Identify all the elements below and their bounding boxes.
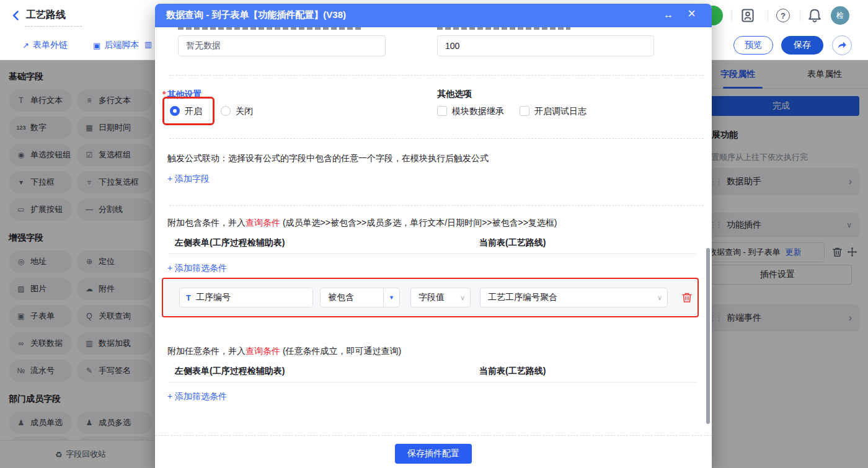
title-underline (25, 26, 82, 27)
divider (732, 10, 732, 21)
checkbox-label[interactable]: 开启调试日志 (534, 106, 587, 117)
save-plugin-config-button[interactable]: 保存插件配置 (395, 444, 472, 464)
tab-partial[interactable]: ▥ (144, 40, 152, 49)
save-button[interactable]: 保存 (781, 36, 823, 55)
expand-icon[interactable]: ↔ (663, 9, 673, 20)
share-arrow-icon (837, 40, 847, 50)
checkbox-label[interactable]: 模块数据继承 (452, 106, 504, 117)
any-section-title: 附加任意条件，并入查询条件 (任意条件成立，即可通过查询) (167, 346, 401, 357)
title-pre: 附加任意条件，并入 (167, 346, 246, 356)
close-icon[interactable]: × (688, 7, 696, 20)
plugin-config-modal: 数据查询 - 到子表单【功能插件配置】(V38) ↔ × *其他设置 开启 关闭… (155, 4, 712, 468)
tab-form-external-link[interactable]: ↗ 表单外链 (22, 40, 68, 51)
modal-scrollbar-thumb[interactable] (706, 248, 710, 424)
checkbox-module-data-inherit[interactable] (437, 106, 447, 116)
contacts-icon[interactable] (740, 8, 755, 23)
left-form-header: 左侧表单(工序过程检辅助表) (175, 366, 285, 377)
divider (800, 10, 800, 21)
page-title: 工艺路线 (26, 9, 66, 22)
help-glyph: ? (781, 11, 786, 20)
title-red: 查询条件 (246, 218, 280, 227)
add-filter-link[interactable]: + 添加筛选条件 (167, 391, 227, 402)
current-form-header: 当前表(工艺路线) (479, 366, 546, 377)
solid-divider (169, 382, 696, 382)
caret-down-icon: ∨ (657, 294, 662, 302)
left-config-input[interactable] (178, 35, 386, 56)
solid-divider (169, 254, 696, 254)
title-post: (成员单选>>被包含>>成员多选，单行文本/日期时间>>被包含>>复选框) (280, 218, 557, 227)
radio-off-label[interactable]: 关闭 (236, 106, 253, 117)
dashed-divider (169, 75, 704, 76)
title-pre: 附加包含条件，并入 (167, 218, 246, 227)
dashed-divider (155, 435, 712, 436)
condition-value-type-select[interactable]: 字段值 ∨ (410, 288, 471, 307)
radio-on-enabled[interactable] (170, 106, 180, 116)
app-root: 工艺路线 ? 检 ↗ 表单外链 ▣ 后端脚本 ▥ 预览 保存 (0, 0, 868, 468)
tab-backend-script[interactable]: ▣ 后端脚本 (93, 40, 139, 51)
clipped-label-remnant (437, 27, 570, 30)
tab-label: 后端脚本 (104, 40, 139, 51)
title-red: 查询条件 (246, 346, 280, 356)
condition-field-input[interactable]: T 工序编号 (179, 288, 313, 307)
bell-icon[interactable] (807, 8, 822, 23)
dashed-divider (169, 205, 704, 206)
clipped-label-remnant (178, 27, 363, 30)
divider (768, 10, 768, 21)
right-config-input[interactable] (437, 35, 654, 56)
formula-hint-text: 触发公式联动：选择设有公式的字段中包含的任意一个字段，在模块执行后触发公式 (167, 153, 489, 164)
add-filter-link[interactable]: + 添加筛选条件 (167, 263, 227, 274)
radio-on-label[interactable]: 开启 (185, 106, 202, 117)
condition-row-highlighted: T 工序编号 被包含 ▼ 字段值 ∨ 工艺工序编号聚合 ∨ (162, 278, 699, 317)
value-type: 字段值 (411, 292, 460, 303)
back-icon[interactable] (11, 10, 21, 21)
share-button[interactable] (832, 35, 852, 55)
tab-label: 表单外链 (33, 40, 68, 51)
script-icon: ▣ (93, 41, 100, 50)
title-post: (任意条件成立，即可通过查询) (280, 346, 401, 356)
checkbox-debug-log[interactable] (520, 106, 529, 116)
caret-down-blue-icon[interactable]: ▼ (383, 288, 399, 307)
include-section-title: 附加包含条件，并入查询条件 (成员单选>>被包含>>成员多选，单行文本/日期时间… (167, 218, 557, 229)
operator-value: 被包含 (321, 292, 383, 303)
condition-field-value: 工序编号 (191, 292, 312, 303)
external-link-icon: ↗ (22, 41, 29, 50)
avatar-initial: 检 (836, 11, 844, 21)
condition-value-select[interactable]: 工艺工序编号聚合 ∨ (480, 288, 668, 307)
other-options-label: 其他选项 (437, 89, 472, 100)
value-source: 工艺工序编号聚合 (480, 292, 657, 303)
help-icon[interactable]: ? (776, 9, 790, 22)
user-avatar[interactable]: 检 (831, 6, 849, 25)
preview-button[interactable]: 预览 (733, 36, 773, 55)
add-field-link[interactable]: + 添加字段 (167, 174, 210, 185)
modal-body: *其他设置 开启 关闭 其他选项 模块数据继承 开启调试日志 触发公式联动：选择… (155, 27, 712, 468)
delete-condition-icon[interactable] (681, 292, 693, 303)
radio-off-disabled[interactable] (221, 106, 231, 116)
condition-operator-select[interactable]: 被包含 ▼ (320, 288, 400, 307)
text-field-icon: T (180, 293, 191, 302)
left-form-header: 左侧表单(工序过程检辅助表) (175, 237, 285, 249)
dashed-divider (169, 138, 704, 139)
caret-down-icon: ∨ (460, 294, 465, 302)
modal-header: 数据查询 - 到子表单【功能插件配置】(V38) ↔ × (155, 4, 712, 27)
current-form-header: 当前表(工艺路线) (479, 237, 546, 249)
report-icon: ▥ (144, 40, 152, 49)
modal-title: 数据查询 - 到子表单【功能插件配置】(V38) (166, 9, 346, 21)
